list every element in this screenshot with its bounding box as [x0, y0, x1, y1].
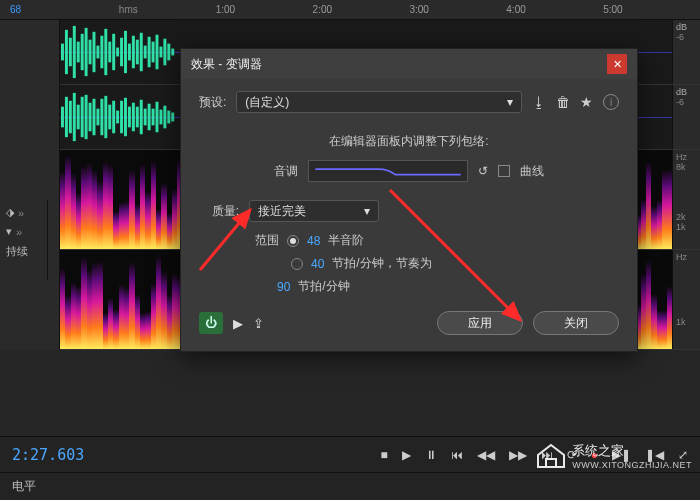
svg-rect-3	[73, 26, 76, 78]
svg-rect-1	[65, 30, 68, 74]
dropdown-icon[interactable]: ▾	[6, 225, 12, 238]
svg-rect-45	[124, 98, 127, 136]
svg-rect-37	[93, 99, 96, 135]
svg-rect-35	[85, 95, 88, 139]
svg-rect-5	[81, 34, 84, 70]
svg-rect-40	[104, 96, 107, 138]
timeline-ruler[interactable]: 68 hms 1:00 2:00 3:00 4:00 5:00	[0, 0, 700, 20]
svg-rect-38	[96, 109, 99, 126]
curve-checkbox[interactable]	[498, 165, 510, 177]
chevrons-icon[interactable]: »	[18, 207, 24, 219]
svg-rect-4	[77, 42, 80, 63]
waveform-visual	[60, 20, 190, 84]
svg-rect-23	[152, 42, 155, 63]
svg-rect-54	[159, 110, 162, 125]
range-bpm-value[interactable]: 40	[311, 257, 324, 271]
svg-rect-15	[120, 38, 123, 67]
svg-rect-2	[69, 38, 72, 67]
db-scale: dB-6	[672, 20, 700, 84]
track-gutter	[0, 20, 60, 150]
power-toggle[interactable]: ⏻	[199, 312, 223, 334]
marker-icon[interactable]: ⬗	[6, 206, 14, 219]
range-semitone-value[interactable]: 48	[307, 234, 320, 248]
apply-button[interactable]: 应用	[437, 311, 523, 335]
svg-rect-20	[140, 33, 143, 71]
envelope-instruction: 在编辑器面板内调整下列包络:	[199, 133, 619, 150]
svg-rect-8	[93, 32, 96, 72]
svg-rect-48	[136, 107, 139, 128]
pause-button[interactable]: ⏸	[425, 448, 437, 462]
skip-start-button[interactable]: ⏮	[451, 448, 463, 462]
chevrons-icon[interactable]: »	[16, 226, 22, 238]
download-preset-icon[interactable]: ⭳	[532, 94, 546, 110]
export-icon[interactable]: ⇪	[253, 316, 264, 331]
level-panel-label: 电平	[0, 472, 700, 500]
svg-rect-18	[132, 36, 135, 68]
svg-rect-21	[144, 46, 147, 59]
svg-rect-31	[69, 101, 72, 133]
watermark-logo-icon	[536, 443, 566, 469]
ruler-tick: 1:00	[216, 4, 313, 15]
dialog-titlebar[interactable]: 效果 - 变调器 ✕	[181, 49, 637, 79]
range-label: 范围	[255, 232, 279, 249]
reset-envelope-icon[interactable]: ↺	[478, 164, 488, 178]
preset-label: 预设:	[199, 94, 226, 111]
quality-select[interactable]: 接近完美 ▾	[249, 200, 379, 222]
ruler-tick: 4:00	[506, 4, 603, 15]
preset-value: (自定义)	[245, 94, 289, 111]
ruler-selection: 68	[10, 4, 107, 15]
svg-rect-13	[112, 34, 115, 70]
svg-rect-10	[100, 36, 103, 68]
range-semitone-radio[interactable]	[287, 235, 299, 247]
svg-rect-14	[116, 48, 119, 57]
svg-rect-55	[163, 106, 166, 129]
svg-rect-24	[156, 35, 159, 69]
info-icon[interactable]: i	[603, 94, 619, 110]
range-bpm-base-value[interactable]: 90	[277, 280, 290, 294]
range-bpm-radio[interactable]	[291, 258, 303, 270]
hz-scale: Hz1k	[672, 250, 700, 349]
svg-rect-7	[89, 40, 92, 65]
svg-rect-30	[65, 97, 68, 137]
stop-button[interactable]: ■	[381, 448, 388, 462]
delete-preset-icon[interactable]: 🗑	[556, 94, 570, 110]
quality-label: 质量:	[199, 203, 239, 220]
chevron-down-icon: ▾	[507, 95, 513, 109]
preview-play-button[interactable]: ▶	[233, 316, 243, 331]
svg-rect-27	[167, 44, 170, 61]
close-dialog-button[interactable]: 关闭	[533, 311, 619, 335]
range-semitone-unit: 半音阶	[328, 232, 364, 249]
play-button[interactable]: ▶	[402, 448, 411, 462]
svg-rect-32	[73, 93, 76, 141]
pitch-shifter-dialog: 效果 - 变调器 ✕ 预设: (自定义) ▾ ⭳ 🗑 ★ i 在编辑器面板内调整…	[180, 48, 638, 352]
rewind-button[interactable]: ◀◀	[477, 448, 495, 462]
watermark-url: WWW.XITONGZHIJIA.NET	[572, 460, 692, 470]
svg-rect-0	[61, 44, 64, 61]
svg-rect-53	[156, 102, 159, 133]
favorite-icon[interactable]: ★	[580, 94, 593, 110]
timecode[interactable]: 2:27.603	[12, 446, 84, 464]
svg-rect-41	[108, 105, 111, 130]
preset-select[interactable]: (自定义) ▾	[236, 91, 522, 113]
svg-rect-11	[104, 29, 107, 75]
waveform-visual	[60, 85, 190, 149]
svg-rect-6	[85, 28, 88, 76]
close-button[interactable]: ✕	[607, 54, 627, 74]
hz-scale: Hz8k2k1k	[672, 150, 700, 249]
svg-rect-28	[171, 49, 174, 56]
svg-rect-36	[89, 103, 92, 132]
svg-rect-17	[128, 44, 131, 61]
forward-button[interactable]: ▶▶	[509, 448, 527, 462]
svg-rect-9	[96, 46, 99, 59]
svg-rect-44	[120, 101, 123, 133]
keep-label: 持续	[6, 244, 41, 259]
svg-rect-46	[128, 107, 131, 128]
pitch-label: 音调	[274, 163, 298, 180]
side-panel: ⬗» ▾» 持续	[0, 200, 48, 280]
db-scale: dB-6	[672, 85, 700, 149]
svg-rect-52	[152, 109, 155, 126]
svg-rect-39	[100, 99, 103, 135]
svg-rect-33	[77, 105, 80, 130]
ruler-tick: 5:00	[603, 4, 700, 15]
pitch-envelope-graph[interactable]	[308, 160, 468, 182]
